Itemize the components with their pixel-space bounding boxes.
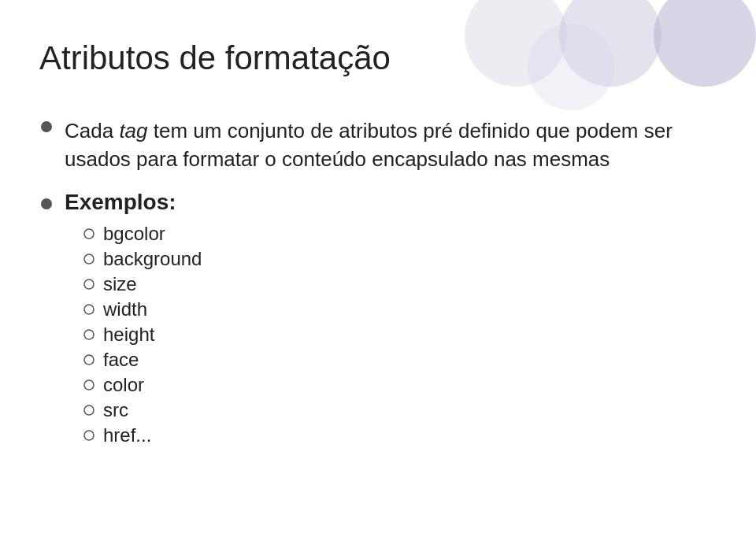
svg-point-4 bbox=[84, 279, 94, 289]
examples-label: Exemplos: bbox=[39, 188, 717, 217]
sub-bullet-icon bbox=[83, 228, 95, 240]
sub-item-text-href: href... bbox=[103, 424, 151, 446]
sub-item-text-face: face bbox=[103, 349, 139, 371]
sub-bullet-icon bbox=[83, 404, 95, 416]
sub-item-text-width: width bbox=[103, 298, 147, 320]
sub-item-href: href... bbox=[83, 424, 717, 446]
svg-point-6 bbox=[84, 330, 94, 339]
sub-item-text-size: size bbox=[103, 273, 137, 295]
svg-point-3 bbox=[84, 254, 94, 264]
svg-point-9 bbox=[84, 405, 94, 415]
sub-items-list: bgcolor background size width bbox=[83, 223, 717, 446]
main-bullet-icon bbox=[39, 120, 54, 137]
sub-item-text-height: height bbox=[103, 324, 154, 346]
decorative-circles bbox=[457, 0, 756, 126]
sub-item-text-src: src bbox=[103, 399, 128, 421]
sub-item-background: background bbox=[83, 248, 717, 270]
sub-bullet-icon bbox=[83, 429, 95, 442]
circle-3 bbox=[654, 0, 756, 87]
svg-point-10 bbox=[84, 431, 94, 440]
sub-item-text-bgcolor: bgcolor bbox=[103, 223, 165, 245]
sub-item-color: color bbox=[83, 374, 717, 396]
svg-point-8 bbox=[84, 380, 94, 390]
sub-item-bgcolor: bgcolor bbox=[83, 223, 717, 245]
sub-item-width: width bbox=[83, 298, 717, 320]
sub-bullet-icon bbox=[83, 328, 95, 341]
circle-4 bbox=[528, 24, 614, 110]
svg-point-7 bbox=[84, 355, 94, 365]
sub-bullet-icon bbox=[83, 353, 95, 366]
svg-point-0 bbox=[41, 121, 52, 132]
examples-label-text: Exemplos: bbox=[65, 190, 176, 215]
sub-item-text-background: background bbox=[103, 248, 202, 270]
sub-bullet-icon bbox=[83, 379, 95, 391]
svg-point-5 bbox=[84, 305, 94, 314]
sub-bullet-icon bbox=[83, 303, 95, 316]
sub-item-face: face bbox=[83, 349, 717, 371]
svg-point-2 bbox=[84, 229, 94, 239]
slide-content: Cada tag tem um conjunto de atributos pr… bbox=[39, 117, 717, 446]
slide: Atributos de formatação Cada tag tem um … bbox=[0, 0, 756, 533]
sub-item-size: size bbox=[83, 273, 717, 295]
sub-bullet-icon bbox=[83, 278, 95, 291]
sub-item-src: src bbox=[83, 399, 717, 421]
sub-item-height: height bbox=[83, 324, 717, 346]
svg-point-1 bbox=[41, 198, 52, 209]
examples-bullet-icon bbox=[39, 191, 54, 217]
sub-item-text-color: color bbox=[103, 374, 144, 396]
sub-bullet-icon bbox=[83, 253, 95, 265]
